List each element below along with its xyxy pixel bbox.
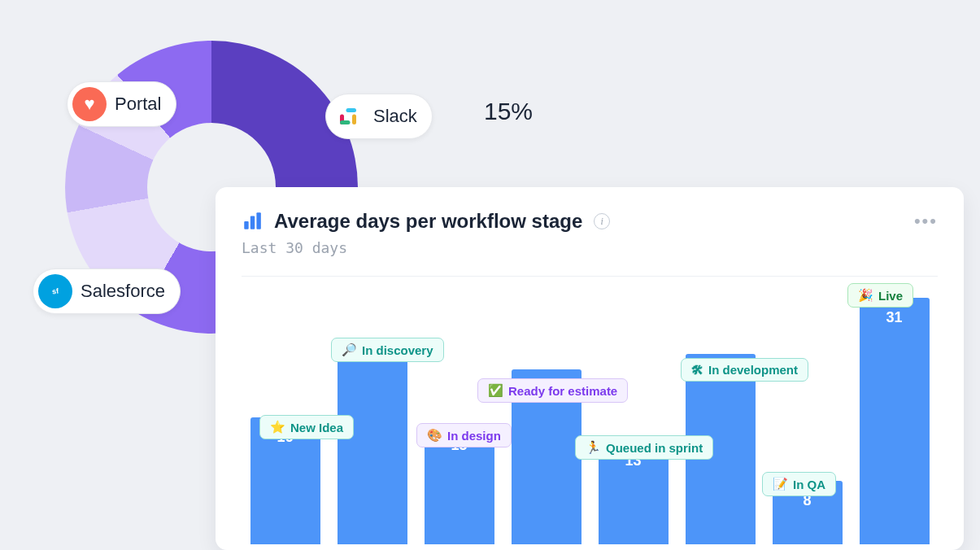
more-menu-icon[interactable]: ••• xyxy=(914,211,938,232)
stage-emoji-icon: 🎨 xyxy=(427,428,442,443)
stage-emoji-icon: 🔎 xyxy=(342,343,357,357)
info-icon[interactable]: i xyxy=(594,213,610,229)
slack-icon xyxy=(331,99,365,133)
stage-tag-in-qa[interactable]: 📝In QA xyxy=(762,472,836,496)
stage-emoji-icon: 🛠 xyxy=(691,363,703,377)
stage-tag-label: In design xyxy=(447,429,501,443)
donut-pill-portal[interactable]: Portal xyxy=(67,81,176,127)
bar[interactable]: 26 xyxy=(338,338,407,544)
workflow-stage-card: Average days per workflow stage i ••• La… xyxy=(216,187,964,550)
stage-tag-queued-in-sprint[interactable]: 🏃Queued in sprint xyxy=(575,435,713,460)
stage-tag-live[interactable]: 🎉Live xyxy=(847,283,913,308)
bar-column: 8 xyxy=(772,277,843,544)
stage-tag-in-discovery[interactable]: 🔎In discovery xyxy=(331,338,444,362)
stage-tag-new-idea[interactable]: ⭐New Idea xyxy=(259,415,354,439)
bar-column: 13 xyxy=(598,277,669,544)
bar-column: 26 xyxy=(337,277,407,544)
bar-column: 31 xyxy=(859,277,930,544)
bar[interactable]: 31 xyxy=(860,298,930,544)
svg-rect-3 xyxy=(340,120,351,124)
stage-tag-in-development[interactable]: 🛠In development xyxy=(681,358,808,382)
stage-emoji-icon: ⭐ xyxy=(270,420,285,434)
bar-chart-icon xyxy=(242,211,263,232)
stage-tag-label: In development xyxy=(708,363,798,377)
bar-chart: 162615221324831 ⭐New Idea🔎In discovery🎨I… xyxy=(242,276,938,544)
svg-rect-6 xyxy=(256,212,260,229)
svg-rect-1 xyxy=(346,108,357,112)
bar-column: 22 xyxy=(511,277,581,544)
stage-tag-label: Live xyxy=(878,289,903,303)
stage-emoji-icon: 🎉 xyxy=(858,288,873,303)
svg-rect-4 xyxy=(244,221,248,229)
stage-tag-label: Queued in sprint xyxy=(606,441,703,455)
stage-tag-ready-for-estimate[interactable]: ✅Ready for estimate xyxy=(477,378,628,403)
portal-icon xyxy=(72,87,107,121)
donut-slack-value: 15% xyxy=(484,98,533,125)
stage-emoji-icon: ✅ xyxy=(488,383,503,398)
bar-column: 24 xyxy=(685,277,756,544)
donut-pill-slack[interactable]: Slack xyxy=(325,94,433,139)
bar-column: 16 xyxy=(250,277,320,544)
donut-pill-label: Salesforce xyxy=(81,281,165,302)
stage-tag-label: Ready for estimate xyxy=(508,384,617,398)
stage-tag-label: In discovery xyxy=(362,343,433,357)
svg-rect-5 xyxy=(250,216,255,229)
bar-column: 15 xyxy=(424,277,494,544)
card-title: Average days per workflow stage xyxy=(274,210,582,233)
donut-pill-salesforce[interactable]: sf Salesforce xyxy=(33,268,181,314)
svg-rect-2 xyxy=(352,115,356,125)
donut-pill-label: Slack xyxy=(373,106,417,127)
card-header: Average days per workflow stage i ••• xyxy=(242,210,938,233)
stage-emoji-icon: 🏃 xyxy=(586,440,601,455)
salesforce-icon: sf xyxy=(38,274,72,308)
card-subtitle: Last 30 days xyxy=(242,239,938,256)
stage-emoji-icon: 📝 xyxy=(773,477,788,491)
donut-pill-label: Portal xyxy=(115,94,161,115)
stage-tag-label: In QA xyxy=(793,478,825,491)
stage-tag-label: New Idea xyxy=(290,421,343,434)
stage-tag-in-design[interactable]: 🎨In design xyxy=(416,423,512,447)
